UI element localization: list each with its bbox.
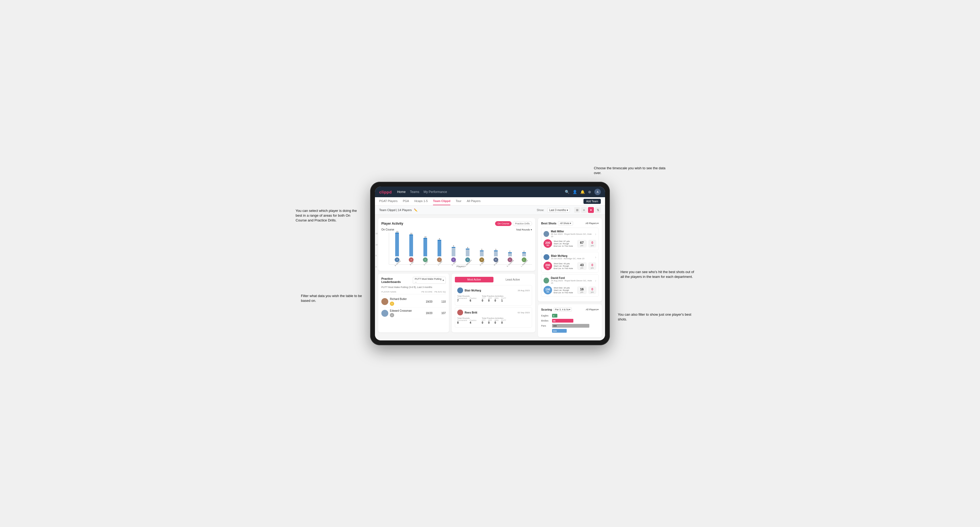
bar-8 — [508, 253, 512, 256]
scoring-pars-label: Pars — [541, 324, 550, 327]
shot-name-1: Matt Miller — [551, 230, 593, 233]
toggle-group: On Course Practice Drills — [495, 221, 532, 226]
shot-arrow-3[interactable]: › — [595, 278, 596, 283]
tab-hcaps[interactable]: Hcaps 1-5 — [414, 197, 428, 205]
shot-info-1: Shot Dist: 67 ydsStart Lie: RoughEnd Lie… — [554, 240, 576, 247]
avatar[interactable]: A — [594, 189, 601, 195]
lb-name-2: Edward Crossman — [390, 309, 419, 312]
left-panel: Player Activity On Course Practice Drill… — [378, 218, 535, 337]
shot-arrow-2[interactable]: › — [595, 255, 596, 259]
y-10: 10 — [375, 244, 378, 246]
ap-practice-activities-label-2: Total Practice Activities — [482, 317, 506, 319]
bar-9 — [522, 253, 526, 256]
scoring-eagles-bar: 3 — [552, 314, 557, 317]
shot-dist-badge-3: 16 yds — [577, 286, 587, 294]
lb-name-area-1: Richard Butler 1 — [390, 298, 419, 306]
heart-view-btn[interactable]: ♥ — [588, 207, 594, 213]
scoring-players-filter[interactable]: All Players ▾ — [585, 308, 599, 311]
team-name: Team Clippd | 14 Players — [379, 208, 412, 211]
shot-player-row-3: David Ford 24 Aug 2023 · Royal North Dev… — [544, 276, 596, 284]
ap-total-rounds-2: Total Rounds Tournament 8 Practice — [457, 317, 476, 324]
ap-name-1: Blair McHarg — [465, 289, 481, 292]
shot-badge-1: 200 SG — [544, 239, 552, 248]
nav-teams[interactable]: Teams — [410, 190, 419, 194]
shot-details-3: 198 SG Shot Dist: 16 ydsStart Lie: Rough… — [544, 286, 596, 294]
add-team-button[interactable]: Add Team — [584, 199, 601, 204]
show-select[interactable]: Last 3 months ▾ — [547, 208, 570, 213]
bar-group-8: 2EE. Crossman — [503, 251, 517, 264]
scoring-filter[interactable]: Par 3, 4 & 5s ▾ — [554, 307, 572, 312]
practice-drills-toggle[interactable]: Practice Drills — [513, 221, 532, 226]
ap-total-rounds-1: Total Rounds Tournament 7 Practice — [457, 295, 476, 302]
tab-pgat[interactable]: PGAT Players — [379, 197, 398, 205]
shot-details-1: 200 SG Shot Dist: 67 ydsStart Lie: Rough… — [544, 239, 596, 248]
shot-item-2: Blair McHarg 23 Jul 2023 · Ashridge GC, … — [541, 252, 599, 273]
bar-group-9: 2LL. Robertson — [517, 251, 531, 264]
all-shots-filter[interactable]: All Shots ▾ — [558, 221, 573, 225]
users-icon[interactable]: 👤 — [573, 190, 577, 194]
add-icon[interactable]: ⊕ — [588, 190, 591, 194]
lb-headers: PLAYER NAME PB SCORE PB AVG SQ — [381, 290, 446, 294]
search-icon[interactable]: 🔍 — [565, 190, 570, 194]
view-icons: ⊞ ≡ ♥ ⇅ — [574, 207, 601, 213]
bar-label-1: 12 — [410, 233, 412, 235]
tab-tour[interactable]: Tour — [456, 197, 461, 205]
ap-total-rounds-label-1: Total Rounds — [457, 295, 476, 297]
lb-badge-gold: 1 — [390, 302, 394, 306]
all-players-filter[interactable]: All Players ▾ — [585, 222, 599, 225]
shot-dist-badge-2: 43 yds — [577, 262, 587, 270]
most-active-card: Most Active Least Active Blair McHarg 26… — [452, 274, 535, 332]
edit-icon[interactable]: ✏️ — [414, 208, 418, 212]
ap-gtt-1: GTT 0 — [482, 297, 485, 302]
lb-score-1: 19/20 — [419, 300, 433, 303]
bar-2 — [423, 238, 427, 256]
y-0: 0 — [375, 266, 378, 268]
shots-header: Best Shots All Shots ▾ All Players ▾ — [541, 221, 599, 225]
bell-icon[interactable]: 🔔 — [580, 190, 585, 194]
ap-practice-activities-label-1: Total Practice Activities — [482, 295, 506, 297]
nav-performance[interactable]: My Performance — [424, 190, 447, 194]
ap-putt-2: PUTT 0 — [501, 319, 506, 324]
y-15: 15 — [375, 233, 378, 235]
annotation-top-right: Choose the timescale you wish to see the… — [594, 166, 668, 175]
shot-badge-2: 200 SG — [544, 262, 552, 270]
practice-select[interactable]: PUTT Must Make Putting ... ▾ — [413, 277, 445, 284]
practice-title: Practice Leaderboards — [381, 277, 410, 284]
players-label: Players — [389, 265, 532, 268]
shot-arrow-1[interactable]: › — [595, 232, 596, 236]
on-course-toggle[interactable]: On Course — [495, 221, 512, 226]
bar-label-5: 4 — [467, 247, 468, 249]
tab-all-players[interactable]: All Players — [467, 197, 481, 205]
ap-header-row-1: Blair McHarg 26 Aug 2023 — [457, 287, 530, 293]
shot-zero-badge-2: 0 yds — [588, 262, 596, 270]
shot-dist-badge-1: 67 yds — [577, 240, 587, 248]
nav-home[interactable]: Home — [397, 190, 406, 194]
ap-arg-2: ARG 0 — [495, 319, 498, 324]
ap-total-rounds-label-2: Total Rounds — [457, 317, 476, 319]
bar-1 — [409, 235, 413, 256]
tab-pga[interactable]: PGA — [403, 197, 409, 205]
ap-arg-1: ARG 0 — [495, 297, 498, 302]
active-tabs: Most Active Least Active — [455, 277, 532, 283]
tab-least-active[interactable]: Least Active — [493, 277, 532, 283]
shot-item-1: Matt Miller 09 Jun 2023 · Royal North De… — [541, 227, 599, 250]
lb-avg-2: 107 — [433, 312, 446, 314]
bar-label-4: 5 — [453, 245, 454, 247]
lb-avatar-2 — [381, 310, 388, 317]
tab-team-clippd[interactable]: Team Clippd — [433, 197, 450, 205]
best-shots-title: Best Shots — [541, 222, 556, 225]
ap-avatar-2 — [457, 310, 463, 316]
nav-links: Home Teams My Performance — [397, 190, 560, 194]
sort-btn[interactable]: ⇅ — [595, 207, 601, 213]
shot-avatar-1 — [544, 231, 549, 237]
list-view-btn[interactable]: ≡ — [581, 207, 587, 213]
scoring-other-bar: 111 — [552, 329, 567, 333]
grid-view-btn[interactable]: ⊞ — [574, 207, 580, 213]
ap-tournament-1: Tournament 7 — [457, 297, 467, 302]
shot-name-3: David Ford — [551, 276, 593, 279]
shot-course-2: 23 Jul 2023 · Ashridge GC, Hole 15 — [551, 257, 584, 260]
chart-dropdown[interactable]: Total Rounds ▾ — [516, 229, 532, 231]
shot-course-1: 09 Jun 2023 · Royal North Devon GC, Hole… — [551, 233, 593, 238]
tab-most-active[interactable]: Most Active — [455, 277, 493, 283]
ap-putt-1: PUTT 1 — [501, 297, 506, 302]
